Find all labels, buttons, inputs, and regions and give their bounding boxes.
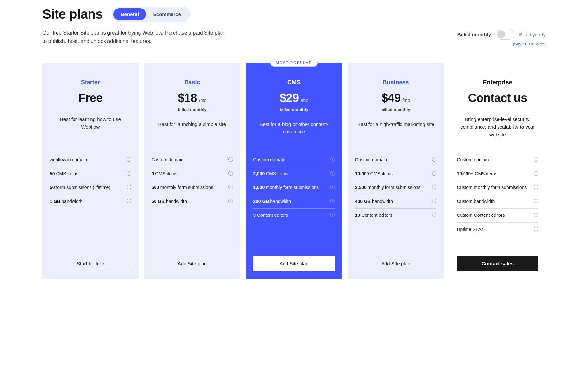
plan-features: Custom domaini 10,000+ CMS itemsi Custom…	[457, 153, 538, 248]
info-icon[interactable]: i	[330, 213, 335, 217]
info-icon[interactable]: i	[432, 171, 436, 176]
feature-row: 50 form submissions (lifetime)i	[50, 181, 131, 195]
plan-price: Contact us	[468, 91, 527, 105]
plan-features: Custom domaini 2,000 CMS itemsi 1,000 mo…	[253, 153, 335, 248]
plan-per: /mo	[301, 98, 308, 103]
add-site-plan-button[interactable]: Add Site plan	[253, 256, 335, 271]
info-icon[interactable]: i	[534, 185, 538, 189]
billing-yearly-label: Billed yearly	[519, 32, 546, 37]
info-icon[interactable]: i	[432, 213, 436, 217]
info-icon[interactable]: i	[228, 185, 233, 189]
plan-name: Enterprise	[457, 79, 538, 86]
feature-row: Uptime SLAsi	[457, 223, 538, 236]
add-site-plan-button[interactable]: Add Site plan	[152, 256, 233, 271]
feature-row: Custom domaini	[457, 153, 538, 167]
plan-card-business: Business $49 /mo billed monthly Best for…	[348, 63, 444, 279]
info-icon[interactable]: i	[432, 157, 436, 162]
plan-features: Custom domaini 10,000 CMS itemsi 2,500 m…	[355, 153, 437, 248]
plan-name: CMS	[253, 79, 335, 86]
plan-per: /mo	[199, 98, 206, 103]
info-icon[interactable]: i	[534, 171, 538, 176]
plan-desc: Best for launching a simple site	[152, 120, 233, 146]
plan-name: Basic	[152, 79, 233, 86]
tab-ecommerce[interactable]: Ecommerce	[146, 8, 188, 20]
feature-row: 10,000+ CMS itemsi	[457, 167, 538, 181]
contact-sales-button[interactable]: Contact sales	[457, 256, 538, 271]
plan-billed: billed monthly	[253, 107, 335, 112]
page-subtitle: Our free Starter Site plan is great for …	[42, 29, 225, 45]
plan-card-enterprise: Enterprise Contact us Bring enterprise-l…	[449, 63, 546, 279]
info-icon[interactable]: i	[534, 227, 538, 231]
info-icon[interactable]: i	[432, 185, 436, 189]
plan-type-tabs: General Ecommerce	[112, 7, 190, 22]
feature-row: Custom domaini	[152, 153, 233, 167]
feature-row: 50 GB bandwidthi	[152, 195, 233, 209]
plan-price: $49	[382, 91, 401, 105]
feature-row: 10 Content editorsi	[355, 209, 437, 222]
info-icon[interactable]: i	[534, 157, 538, 162]
info-icon[interactable]: i	[228, 157, 233, 162]
plan-price: $18	[178, 91, 197, 105]
info-icon[interactable]: i	[228, 199, 233, 203]
toggle-knob	[497, 30, 505, 38]
info-icon[interactable]: i	[127, 171, 131, 176]
plans-grid: Starter Free Best for learning how to us…	[42, 63, 546, 279]
info-icon[interactable]: i	[127, 199, 131, 203]
feature-row: 200 GB bandwidthi	[253, 195, 335, 209]
feature-row: webflow.io domaini	[50, 153, 131, 167]
info-icon[interactable]: i	[330, 157, 335, 162]
plan-desc: Best for learning how to use Webflow	[50, 115, 131, 142]
info-icon[interactable]: i	[534, 213, 538, 217]
plan-card-basic: Basic $18 /mo billed monthly Best for la…	[144, 63, 240, 279]
info-icon[interactable]: i	[330, 171, 335, 176]
feature-row: 1,000 monthly form submissionsi	[253, 181, 335, 195]
feature-row: 10,000 CMS itemsi	[355, 167, 437, 181]
feature-row: Custom domaini	[253, 153, 335, 167]
feature-row: 2,500 monthly form submissionsi	[355, 181, 437, 195]
plan-card-cms: MOST POPULAR CMS $29 /mo billed monthly …	[246, 63, 342, 279]
info-icon[interactable]: i	[127, 185, 131, 189]
page-title: Site plans	[42, 7, 103, 22]
start-for-free-button[interactable]: Start for free	[50, 256, 131, 271]
plan-price: Free	[78, 91, 103, 105]
tab-general[interactable]: General	[113, 8, 146, 20]
plan-billed: billed monthly	[355, 107, 437, 112]
most-popular-badge: MOST POPULAR	[270, 59, 318, 67]
plan-desc: Best for a blog or other content-driven …	[253, 120, 335, 146]
feature-row: 1 GB bandwidthi	[50, 195, 131, 209]
feature-row: Custom domaini	[355, 153, 437, 167]
plan-desc: Bring enterprise-level security, complia…	[457, 115, 538, 142]
feature-row: 50 CMS itemsi	[50, 167, 131, 181]
add-site-plan-button[interactable]: Add Site plan	[355, 256, 437, 271]
feature-row: 400 GB bandwidthi	[355, 195, 437, 209]
plan-billed: billed monthly	[152, 107, 233, 112]
plan-price: $29	[280, 91, 299, 105]
info-icon[interactable]: i	[330, 199, 335, 203]
plan-name: Starter	[50, 79, 131, 86]
feature-row: 500 monthly form submissionsi	[152, 181, 233, 195]
plan-features: webflow.io domaini 50 CMS itemsi 50 form…	[50, 153, 131, 248]
feature-row: 0 CMS itemsi	[152, 167, 233, 181]
billing-monthly-label: Billed monthly	[457, 32, 491, 37]
feature-row: 3 Content editorsi	[253, 209, 335, 222]
billing-save-note: (Save up to 22%)	[457, 42, 546, 46]
plan-per: /mo	[402, 98, 410, 103]
feature-row: Custom bandwidthi	[457, 195, 538, 209]
plan-name: Business	[355, 79, 437, 86]
billing-toggle[interactable]	[496, 29, 514, 40]
feature-row: Custom monthly form submissionsi	[457, 181, 538, 195]
info-icon[interactable]: i	[228, 171, 233, 176]
feature-row: Custom Content editorsi	[457, 209, 538, 223]
info-icon[interactable]: i	[432, 199, 436, 203]
info-icon[interactable]: i	[127, 157, 131, 162]
plan-card-starter: Starter Free Best for learning how to us…	[42, 63, 139, 279]
info-icon[interactable]: i	[330, 185, 335, 189]
plan-features: Custom domaini 0 CMS itemsi 500 monthly …	[152, 153, 233, 248]
feature-row: 2,000 CMS itemsi	[253, 167, 335, 181]
plan-desc: Best for a high-traffic marketing site	[355, 120, 437, 146]
info-icon[interactable]: i	[534, 199, 538, 203]
